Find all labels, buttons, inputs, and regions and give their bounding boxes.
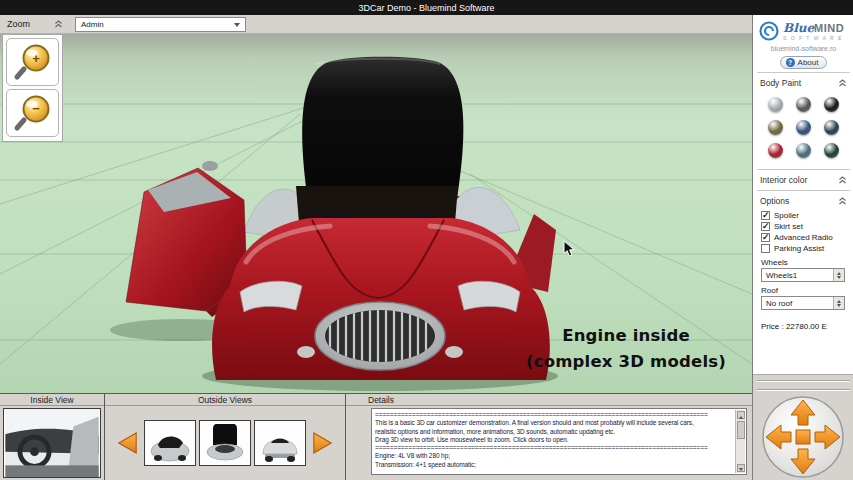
admin-dropdown[interactable]: Admin	[75, 17, 246, 32]
divider	[757, 380, 850, 382]
interior-thumbnail-image	[4, 409, 100, 477]
options-title: Options	[760, 196, 789, 206]
interior-color-header[interactable]: Interior color	[753, 173, 853, 187]
roof-dropdown[interactable]: No roof	[761, 296, 845, 310]
zoom-out-button[interactable]: −	[6, 89, 59, 137]
about-button[interactable]: ? About	[780, 56, 828, 69]
zoom-in-button[interactable]: +	[6, 38, 59, 86]
outside-view-thumbnail-1[interactable]	[144, 420, 196, 466]
outside-views-row	[105, 406, 345, 480]
caption-line-1: Engine inside	[520, 323, 732, 349]
paint-swatch[interactable]	[768, 120, 783, 135]
outside-views-panel: Outside Views	[105, 394, 346, 480]
magnifier-minus-icon: −	[13, 93, 53, 133]
toolbar: Zoom Admin	[0, 15, 752, 34]
divider	[757, 169, 850, 170]
wheels-dropdown[interactable]: Wheels1	[761, 268, 845, 282]
car-front-thumbnail-image	[145, 421, 195, 465]
svg-text:−: −	[32, 101, 40, 116]
checkbox-icon[interactable]	[761, 233, 770, 242]
options-header[interactable]: Options	[753, 194, 853, 208]
zoom-panel-header[interactable]: Zoom	[0, 15, 70, 33]
details-line: Drag 3D view to orbit. Use mousewheel to…	[375, 436, 732, 444]
paint-swatch[interactable]	[768, 143, 783, 158]
paint-swatch[interactable]	[796, 143, 811, 158]
details-textbox[interactable]: ========================================…	[371, 408, 747, 475]
divider	[757, 190, 850, 191]
inside-view-thumbnail[interactable]	[3, 408, 101, 478]
zoom-panel-title: Zoom	[7, 19, 30, 29]
paint-swatch[interactable]	[824, 143, 839, 158]
viewport-3d[interactable]: Engine inside (complex 3D models)	[0, 34, 752, 393]
paint-swatch[interactable]	[824, 120, 839, 135]
inside-view-title: Inside View	[0, 394, 104, 406]
app-window: 3DCar Demo - Bluemind Software Zoom Admi…	[0, 0, 853, 480]
wheels-label: Wheels	[761, 258, 853, 267]
about-button-label: About	[798, 58, 819, 67]
zoom-tool-panel: + −	[2, 34, 63, 142]
outside-view-thumbnail-3[interactable]	[254, 420, 306, 466]
paint-swatch[interactable]	[824, 97, 839, 112]
body-paint-title: Body Paint	[760, 78, 801, 88]
spinner-arrows-icon[interactable]	[833, 269, 844, 281]
bottom-bar: Inside View Outside Views	[0, 393, 752, 480]
collapse-chevron-icon	[838, 176, 847, 184]
scroll-up-arrow[interactable]	[737, 411, 745, 419]
outside-views-title: Outside Views	[105, 394, 345, 406]
navigation-pad[interactable]	[761, 395, 845, 479]
brand-name-part1: Blue	[783, 21, 814, 35]
brand-website-link[interactable]: bluemind-software.ro	[753, 42, 853, 55]
scroll-thumb[interactable]	[737, 421, 745, 439]
brand-tagline: S O F T W A R E	[783, 35, 844, 41]
next-view-arrow[interactable]	[312, 429, 334, 457]
details-line: ========================================…	[375, 444, 732, 452]
checkbox-icon[interactable]	[761, 222, 770, 231]
pad-center-button[interactable]	[796, 430, 810, 444]
option-parking-assist[interactable]: Parking Assist	[761, 243, 853, 254]
details-title: Details	[346, 394, 752, 406]
window-title: 3DCar Demo - Bluemind Software	[358, 3, 494, 13]
brand-logo-icon	[758, 20, 780, 42]
previous-view-arrow[interactable]	[116, 429, 138, 457]
paint-swatch[interactable]	[768, 97, 783, 112]
checkbox-icon[interactable]	[761, 211, 770, 220]
interior-color-title: Interior color	[760, 175, 807, 185]
outside-view-thumbnail-2[interactable]	[199, 420, 251, 466]
option-label: Advanced Radio	[774, 233, 833, 242]
wheels-dropdown-value: Wheels1	[766, 271, 797, 280]
option-skirt-set[interactable]: Skirt set	[761, 221, 853, 232]
scroll-down-arrow[interactable]	[737, 464, 745, 472]
roof-dropdown-value: No roof	[766, 299, 792, 308]
option-label: Skirt set	[774, 222, 803, 231]
body-paint-swatches	[753, 90, 853, 166]
details-line: Engine: 4L V8 with 280 hp;	[375, 452, 732, 460]
details-line: ========================================…	[375, 411, 732, 419]
caption-line-2: (complex 3D models)	[520, 349, 732, 375]
inside-view-panel: Inside View	[0, 394, 105, 480]
chevron-down-icon	[234, 23, 240, 30]
collapse-chevron-icon	[838, 197, 847, 205]
details-line: Transmission: 4+1 speed automatic;	[375, 461, 732, 469]
titlebar: 3DCar Demo - Bluemind Software	[0, 0, 853, 15]
divider	[757, 389, 850, 391]
magnifier-plus-icon: +	[13, 42, 53, 82]
car-rear-thumbnail-image	[255, 421, 305, 465]
details-line: realistic options and information, more …	[375, 428, 732, 436]
viewport-caption: Engine inside (complex 3D models)	[520, 323, 732, 375]
collapse-chevron-icon	[838, 79, 847, 87]
sidebar: BlueMIND S O F T W A R E bluemind-softwa…	[752, 15, 853, 480]
collapse-chevron-icon	[54, 20, 63, 28]
option-advanced-radio[interactable]: Advanced Radio	[761, 232, 853, 243]
paint-swatch[interactable]	[796, 97, 811, 112]
option-label: Spoiler	[774, 211, 799, 220]
sidebar-card: BlueMIND S O F T W A R E bluemind-softwa…	[753, 15, 853, 375]
spinner-arrows-icon[interactable]	[833, 297, 844, 309]
option-label: Parking Assist	[774, 244, 824, 253]
brand-name-part2: MIND	[814, 22, 844, 34]
details-scrollbar[interactable]	[735, 410, 745, 473]
body-paint-header[interactable]: Body Paint	[753, 76, 853, 90]
checkbox-icon[interactable]	[761, 244, 770, 253]
paint-swatch[interactable]	[796, 120, 811, 135]
option-spoiler[interactable]: Spoiler	[761, 210, 853, 221]
svg-text:+: +	[32, 51, 40, 66]
